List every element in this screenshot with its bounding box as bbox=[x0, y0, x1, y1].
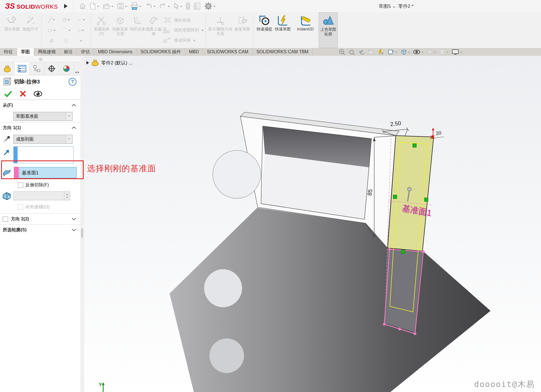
grip-dot-icon bbox=[39, 58, 42, 61]
flip-side-row: 反侧切除(F) bbox=[0, 181, 80, 189]
tab-markup[interactable]: 标注 bbox=[60, 48, 77, 56]
divider bbox=[73, 1, 73, 11]
menu-expand-icon[interactable] bbox=[64, 4, 67, 8]
apply-scene-icon[interactable] bbox=[439, 49, 449, 55]
direction2-checkbox[interactable] bbox=[3, 217, 8, 222]
smart-dimension-icon bbox=[25, 15, 36, 27]
settings-button[interactable] bbox=[204, 2, 216, 10]
draft-outward-checkbox bbox=[18, 205, 23, 210]
shaded-contours-icon bbox=[322, 15, 334, 27]
arc-tool-icon: ⌒ bbox=[59, 25, 73, 35]
panel-splitter[interactable] bbox=[80, 56, 84, 392]
section-selected-contours[interactable]: 所选轮廓(S) bbox=[0, 224, 80, 235]
instant2d-button[interactable]: Instant2D bbox=[292, 12, 319, 48]
dimension-85-text[interactable]: 85 bbox=[366, 189, 373, 196]
section-direction2[interactable]: 方向 2(2) bbox=[0, 213, 80, 224]
offset-curves-icon bbox=[132, 15, 143, 27]
tab-dimxpert[interactable] bbox=[44, 62, 59, 75]
reverse-direction-icon[interactable] bbox=[0, 135, 13, 144]
quick-sketch-button[interactable]: 快速草图 bbox=[274, 12, 292, 48]
zoom-area-icon[interactable] bbox=[348, 49, 355, 55]
options-list-button[interactable] bbox=[194, 3, 201, 10]
redo-button[interactable] bbox=[159, 3, 170, 10]
panel-grip[interactable] bbox=[0, 56, 80, 62]
home-button[interactable] bbox=[79, 3, 86, 10]
section-direction1[interactable]: 方向 1(1) bbox=[0, 122, 80, 133]
panel-tab-scroll[interactable]: ◂▸ bbox=[75, 62, 80, 75]
start-condition-combo[interactable]: 草图基准面 bbox=[13, 112, 73, 121]
chevron-down-icon bbox=[71, 217, 76, 221]
feature-title-row: 切除-拉伸3 ? bbox=[0, 75, 80, 88]
display-style-icon[interactable] bbox=[400, 49, 410, 55]
tab-sketch[interactable]: 草图 bbox=[17, 48, 34, 56]
tab-evaluate[interactable]: 评估 bbox=[77, 48, 94, 56]
section-view-icon[interactable] bbox=[368, 49, 374, 55]
expand-triangle-icon[interactable] bbox=[86, 61, 89, 64]
tab-configuration-manager[interactable] bbox=[30, 62, 44, 75]
solidworks-window: ЗS SOLID WORKS bbox=[0, 0, 541, 392]
tab-display-manager[interactable] bbox=[59, 62, 74, 75]
combo-dropdown-button[interactable] bbox=[66, 112, 72, 120]
part-icon bbox=[91, 59, 99, 66]
part-icon bbox=[3, 65, 11, 73]
shadow-lower-notch bbox=[209, 338, 244, 373]
hide-show-items-icon[interactable] bbox=[413, 49, 424, 55]
circle-tool-icon: ⊙ bbox=[59, 14, 73, 25]
undo-icon bbox=[145, 3, 153, 10]
tab-mbd[interactable]: MBD bbox=[185, 48, 203, 56]
convert-entities-button: 转换实体引用 bbox=[111, 12, 129, 48]
edit-appearance-icon[interactable] bbox=[426, 49, 436, 55]
rectangle-tool-icon: ▭ bbox=[44, 25, 59, 35]
logo-mark: ЗS bbox=[5, 2, 15, 11]
panel-tab-strip: ◂▸ bbox=[0, 62, 80, 75]
tab-cam-tbm[interactable]: SOLIDWORKS CAM TBM bbox=[253, 48, 313, 56]
offset-entities-button: 等距实体 bbox=[129, 12, 146, 48]
view-orientation-icon[interactable] bbox=[387, 49, 397, 55]
end-condition-combo[interactable]: 成形到面 bbox=[13, 135, 73, 144]
combo-dropdown-button[interactable] bbox=[66, 135, 72, 143]
cancel-button[interactable] bbox=[20, 90, 26, 97]
open-folder-icon bbox=[103, 3, 110, 10]
dimension-20-text[interactable]: 20 bbox=[436, 130, 441, 136]
previous-view-icon[interactable] bbox=[358, 49, 365, 55]
draft-outward-row: 向外拔模(O) bbox=[0, 202, 80, 212]
watermark: dooooit@木易 bbox=[474, 379, 535, 390]
configurations-icon bbox=[33, 65, 41, 73]
tab-cam[interactable]: SOLIDWORKS CAM bbox=[203, 48, 252, 56]
undo-button[interactable] bbox=[145, 3, 156, 10]
tab-addins[interactable]: SOLIDWORKS 插件 bbox=[137, 48, 185, 56]
print-icon bbox=[131, 2, 138, 10]
section-from[interactable]: 从(F) bbox=[0, 100, 80, 110]
view-settings-icon[interactable] bbox=[451, 49, 462, 55]
polygon-tool-icon: ◇ bbox=[59, 35, 73, 46]
flip-side-checkbox[interactable] bbox=[18, 182, 23, 188]
viewport-breadcrumb[interactable]: 零件2 (默认) ... bbox=[86, 59, 132, 66]
preview-eye-button[interactable] bbox=[33, 90, 42, 97]
ok-button[interactable] bbox=[4, 90, 12, 97]
open-button[interactable] bbox=[103, 3, 113, 10]
splitter-handle[interactable] bbox=[81, 228, 83, 238]
save-button[interactable] bbox=[117, 3, 127, 10]
move-entities-icon bbox=[163, 37, 172, 43]
lightning-wrench-icon[interactable] bbox=[377, 49, 384, 55]
tab-feature-tree[interactable] bbox=[0, 62, 15, 75]
sketch-entities-grid: ╱ ⊙ ～ ▭ ⌒ ○ A ◇ bbox=[44, 12, 88, 48]
draft-angle-spinner bbox=[13, 191, 70, 200]
zoom-fit-icon[interactable] bbox=[339, 49, 345, 55]
graphics-viewport[interactable]: 基准面1 基准面1 85 2.50 bbox=[84, 56, 541, 392]
print-button[interactable] bbox=[131, 2, 141, 10]
end-condition-row: 成形到面 bbox=[0, 133, 80, 145]
tab-features[interactable]: 特征 bbox=[0, 48, 17, 56]
quick-snaps-button[interactable]: 快速捕捉 bbox=[255, 12, 274, 48]
tab-mesh-modeling[interactable]: 网格建模 bbox=[34, 48, 60, 56]
shaded-sketch-contours-button[interactable]: 上色草图轮廓 bbox=[319, 12, 338, 48]
new-document-button[interactable] bbox=[90, 3, 99, 10]
instant2d-icon bbox=[299, 15, 311, 27]
repair-sketch-button: 修复草图 bbox=[233, 12, 252, 48]
help-button[interactable]: ? bbox=[69, 78, 76, 86]
select-button[interactable] bbox=[173, 3, 182, 10]
mouse-gestures-button[interactable] bbox=[186, 2, 190, 10]
dimension-2-50-text[interactable]: 2.50 bbox=[390, 120, 401, 127]
tab-mbd-dimensions[interactable]: MBD Dimensions bbox=[94, 48, 137, 56]
tab-property-manager[interactable] bbox=[15, 62, 30, 75]
